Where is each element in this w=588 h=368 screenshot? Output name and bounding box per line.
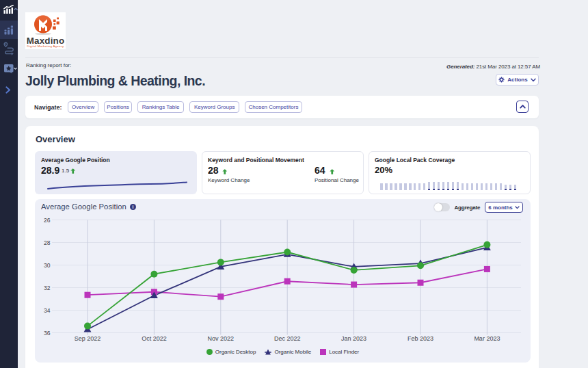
- svg-text:Oct 2022: Oct 2022: [142, 335, 167, 342]
- svg-text:Mar 2023: Mar 2023: [474, 335, 500, 342]
- svg-text:30: 30: [44, 262, 51, 269]
- svg-text:36: 36: [44, 330, 51, 337]
- svg-text:34: 34: [44, 307, 51, 314]
- svg-text:32: 32: [44, 285, 51, 291]
- svg-text:28: 28: [44, 239, 51, 246]
- svg-text:26: 26: [44, 217, 51, 224]
- svg-text:Digital Marketing Agency: Digital Marketing Agency: [27, 44, 64, 48]
- svg-text:Nov 2022: Nov 2022: [208, 335, 235, 342]
- svg-text:Dec 2022: Dec 2022: [274, 335, 301, 342]
- svg-text:Sep 2022: Sep 2022: [75, 335, 101, 342]
- svg-text:Feb 2023: Feb 2023: [407, 335, 433, 342]
- svg-text:Jan 2023: Jan 2023: [341, 335, 366, 342]
